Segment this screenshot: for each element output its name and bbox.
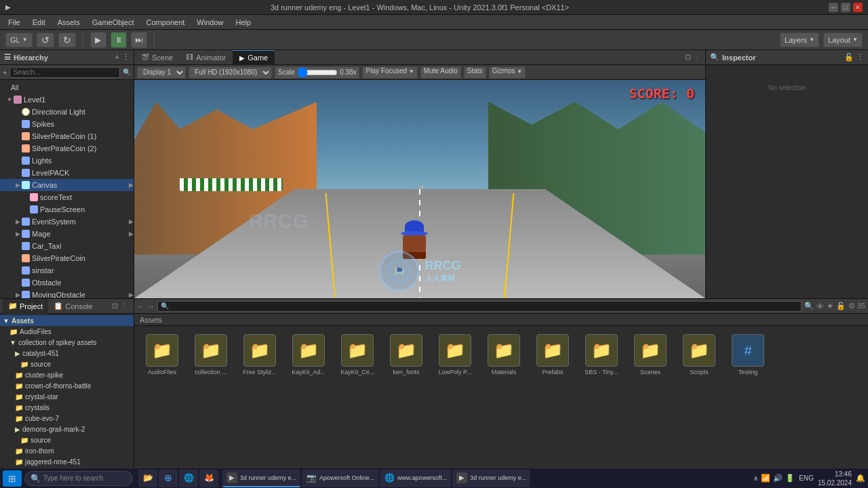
asset-testing[interactable]: # Testing — [726, 331, 770, 378]
tab-animator[interactable]: 🎞 Animator — [180, 50, 233, 65]
hierarchy-add-button[interactable]: + — [3, 68, 7, 77]
play-focused-button[interactable]: Play Focused ▼ — [362, 66, 417, 79]
taskbar-app-apowersoft-web[interactable]: 🌐 www.apowersoft... — [380, 470, 451, 487]
pt-jaggered[interactable]: 📁 jaggered-nme-451 — [0, 456, 134, 467]
tree-item-coin1[interactable]: SilverPirateCoin (1) — [0, 130, 134, 142]
menu-component[interactable]: Component — [140, 17, 190, 28]
pt-audiofiles[interactable]: 📁 AudioFiles — [0, 326, 134, 337]
taskbar-app-apowersoft[interactable]: 📷 Apowersoft Online... — [302, 470, 378, 487]
taskbar-app-chrome[interactable]: 🌐 — [179, 470, 198, 487]
gizmos-dropdown[interactable]: Gizmos ▼ — [489, 66, 526, 79]
asset-prefabs[interactable]: 📁 Prefabs — [530, 331, 575, 378]
hierarchy-search-input[interactable] — [9, 67, 120, 78]
asset-scenes[interactable]: 📁 Scenes — [628, 331, 673, 378]
scale-slider[interactable] — [297, 69, 338, 76]
taskbar-app-explorer[interactable]: 📂 — [138, 470, 157, 487]
tree-item-eventsystem[interactable]: ▶ EventSystem ▶ — [0, 216, 134, 228]
layout-dropdown[interactable]: Layout ▼ — [823, 33, 863, 47]
tree-item-coin[interactable]: SilverPirateCoin — [0, 252, 134, 264]
pt-source2[interactable]: 📁 source — [0, 434, 134, 445]
asset-ken-fonts[interactable]: 📁 ken_fonts — [384, 331, 429, 378]
minimize-button[interactable]: ─ — [829, 3, 838, 12]
close-button[interactable]: ✕ — [853, 3, 863, 12]
tree-item-level1[interactable]: ▼ Level1 — [0, 94, 134, 106]
more-icon[interactable]: ⚙ — [848, 302, 855, 310]
undo-button[interactable]: ↺ — [37, 33, 54, 47]
taskbar-app-firefox[interactable]: 🦊 — [199, 470, 218, 487]
tree-item-obstacle[interactable]: Obstacle — [0, 277, 134, 289]
tree-item-moving-obstacle[interactable]: ▶ MovingObstacle ▶ — [0, 289, 134, 298]
assets-back-icon[interactable]: ← — [137, 302, 144, 310]
pt-catalyst[interactable]: ▶ catalyst-451 — [0, 348, 134, 359]
menu-window[interactable]: Window — [191, 17, 229, 28]
scale-control[interactable]: Scale 0.38x — [275, 66, 359, 79]
assets-search-input[interactable] — [157, 301, 802, 312]
tree-item-canvas[interactable]: ▶ Canvas ▶ — [0, 179, 134, 191]
more-bottom-icon[interactable]: ⋮ — [121, 302, 128, 310]
pt-crown[interactable]: 📁 crown-of-thorns-battle — [0, 380, 134, 391]
tree-item-coin2[interactable]: SilverPirateCoin (2) — [0, 142, 134, 155]
asset-scripts[interactable]: 📁 Scripts — [677, 331, 722, 378]
tab-game[interactable]: ▶ Game — [233, 50, 275, 65]
mute-audio-button[interactable]: Mute Audio — [420, 66, 461, 79]
tree-item-lights[interactable]: Lights — [0, 155, 134, 167]
pt-iron-thorn[interactable]: 📁 iron-thorn — [0, 445, 134, 456]
tree-item-sinstar[interactable]: sinstar — [0, 264, 134, 277]
eye-icon[interactable]: 👁 — [816, 302, 824, 310]
pt-demons[interactable]: ▶ demons-grail-mark-2 — [0, 424, 134, 434]
stats-button[interactable]: Stats — [464, 66, 486, 79]
asset-free-styliz[interactable]: 📁 Free Styliz... — [237, 331, 282, 378]
taskbar-app-edge[interactable]: ⊕ — [159, 470, 178, 487]
asset-audiofiles[interactable]: 📁 AudioFiles — [140, 331, 184, 378]
star-icon[interactable]: ★ — [827, 302, 833, 310]
hierarchy-more-icon[interactable]: ⋮ — [122, 53, 130, 62]
lock-icon[interactable]: 🔓 — [844, 53, 854, 62]
maximize-view-icon[interactable]: ⊡ — [685, 53, 691, 62]
more-options-icon[interactable]: ⋮ — [694, 53, 701, 62]
tab-project[interactable]: 📁 Project — [3, 299, 48, 314]
gl-dropdown[interactable]: GL ▼ — [5, 33, 33, 47]
layers-dropdown[interactable]: Layers ▼ — [780, 33, 819, 47]
tree-item-pausescreen[interactable]: PauseScreen — [0, 203, 134, 216]
tree-item-taxi[interactable]: Car_Taxi — [0, 240, 134, 252]
tree-item-mage[interactable]: ▶ Mage ▶ — [0, 228, 134, 240]
speaker-icon[interactable]: 🔊 — [773, 474, 783, 483]
pt-crystalis[interactable]: 📁 crystalis — [0, 402, 134, 413]
pt-source1[interactable]: 📁 source — [0, 359, 134, 369]
tree-item-levelpack[interactable]: LevelPACK — [0, 167, 134, 179]
pause-button[interactable]: ⏸ — [111, 32, 127, 48]
asset-collection[interactable]: 📁 collection ... — [189, 331, 233, 378]
taskbar-search[interactable]: 🔍 Type here to search — [24, 471, 133, 486]
pt-cluster[interactable]: 📁 cluster-spike — [0, 369, 134, 380]
play-button[interactable]: ▶ — [90, 32, 106, 48]
maximize-bottom-icon[interactable]: ⊡ — [112, 302, 118, 310]
assets-forward-icon[interactable]: → — [147, 302, 155, 310]
menu-assets[interactable]: Assets — [52, 17, 85, 28]
asset-materials[interactable]: 📁 Materials — [481, 331, 526, 378]
asset-sbs[interactable]: 📁 SBS - Tiny... — [579, 331, 624, 378]
menu-help[interactable]: Help — [230, 17, 256, 28]
pt-collection[interactable]: ▼ collection of spikey assets — [0, 337, 134, 348]
start-button[interactable]: ⊞ — [3, 470, 22, 487]
hierarchy-add-icon[interactable]: + — [115, 53, 119, 62]
tree-item-scoretext[interactable]: scoreText — [0, 191, 134, 203]
asset-kaykit-ad[interactable]: 📁 KayKit_Ad... — [286, 331, 331, 378]
more-options-icon[interactable]: ⋮ — [856, 53, 864, 62]
display-dropdown[interactable]: Display 1 — [137, 66, 186, 79]
asset-kaykit-cit[interactable]: 📁 KayKit_Cit... — [335, 331, 380, 378]
menu-file[interactable]: File — [3, 17, 26, 28]
tray-up-icon[interactable]: ∧ — [753, 474, 758, 482]
tree-item-all[interactable]: All — [0, 81, 134, 94]
tree-item-directional-light[interactable]: Directional Light — [0, 106, 134, 118]
maximize-button[interactable]: □ — [841, 3, 850, 12]
menu-edit[interactable]: Edit — [27, 17, 51, 28]
step-button[interactable]: ⏭ — [131, 32, 147, 48]
pt-assets[interactable]: ▼ Assets — [0, 315, 134, 326]
taskbar-app-unity-1[interactable]: ▶ 3d runner udemy e... — [222, 470, 300, 487]
asset-lowpoly[interactable]: 📁 LowPoly P... — [433, 331, 477, 378]
tab-console[interactable]: 📋 Console — [48, 299, 98, 314]
tab-scene[interactable]: 🎬 Scene — [134, 50, 180, 65]
notification-icon[interactable]: 🔔 — [856, 474, 865, 483]
resolution-dropdown[interactable]: Full HD (1920x1080) — [189, 66, 272, 79]
menu-gameobject[interactable]: GameObject — [87, 17, 140, 28]
